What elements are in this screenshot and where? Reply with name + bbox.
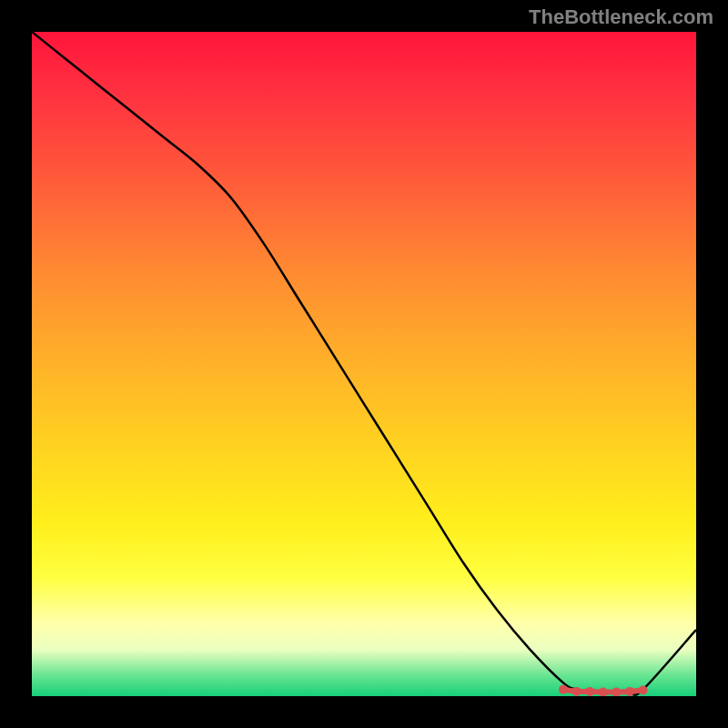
data-line [32,32,696,695]
min-marker-dot [599,688,608,696]
attribution-text: TheBottleneck.com [529,5,713,29]
min-marker-dot [572,687,581,696]
chart-root: TheBottleneck.com [0,0,728,728]
plot-area [32,32,696,696]
min-marker-dot [559,685,568,694]
min-marker-dot [612,688,621,696]
min-marker-dot [585,687,594,696]
min-marker-dot [639,685,648,694]
min-marker-dot [625,687,634,696]
chart-svg [32,32,696,696]
